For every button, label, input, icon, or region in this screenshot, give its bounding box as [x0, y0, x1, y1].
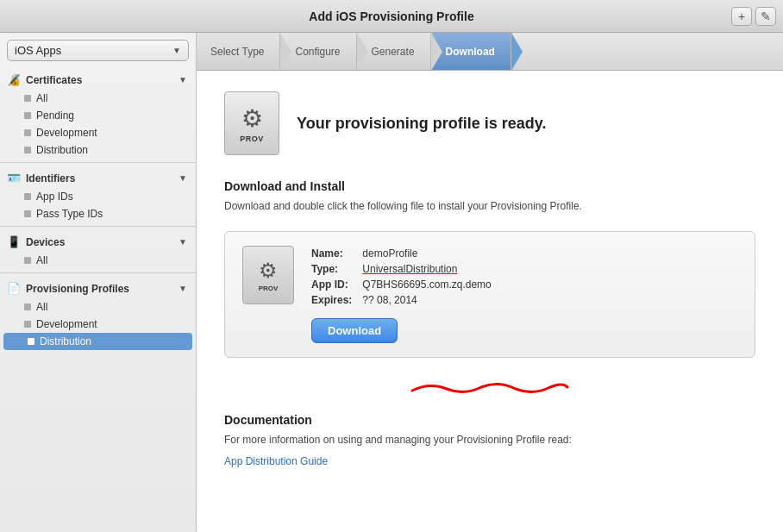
sidebar-item-devices-all[interactable]: All	[0, 252, 196, 269]
sidebar-item-certs-development[interactable]: Development	[0, 124, 196, 141]
section-devices[interactable]: 📱 Devices ▼	[0, 230, 196, 252]
expires-label: Expires:	[311, 292, 357, 308]
doc-desc: For more information on using and managi…	[224, 432, 755, 448]
gear-icon: ⚙	[241, 104, 263, 133]
profile-appid: Q7BHS66695.com.zq.demo	[357, 277, 496, 292]
chevron-icon: ▼	[179, 173, 187, 183]
step-configure[interactable]: Configure	[281, 33, 357, 71]
dot-icon	[24, 304, 31, 310]
section-identifiers-label: Identifiers	[26, 172, 75, 185]
name-label: Name:	[311, 246, 357, 261]
dropdown-label: iOS Apps	[15, 44, 61, 57]
squiggle-annotation	[404, 379, 576, 396]
dot-icon	[28, 338, 34, 345]
ready-title: Your provisioning profile is ready.	[297, 115, 546, 133]
chevron-icon: ▼	[179, 237, 187, 247]
sidebar-item-certs-distribution[interactable]: Distribution	[0, 141, 196, 159]
main-layout: iOS Apps ▼ 🔏 Certificates ▼ All Pending …	[0, 33, 783, 532]
prov-icon: 📄	[7, 282, 21, 295]
profile-name: demoProfile	[357, 246, 496, 261]
sidebar-item-app-ids[interactable]: App IDs	[0, 188, 196, 205]
dot-icon	[24, 112, 31, 119]
profile-expires: ?? 08, 2014	[357, 292, 496, 308]
step-nav: Select Type Configure Generate Download	[197, 33, 783, 71]
title-bar: Add iOS Provisioning Profile + ✎	[0, 0, 783, 33]
profile-card-icon: ⚙ PROV	[242, 246, 294, 304]
dot-icon	[24, 210, 31, 217]
edit-button[interactable]: ✎	[755, 7, 776, 26]
section-certificates[interactable]: 🔏 Certificates ▼	[0, 68, 196, 90]
sidebar-item-certs-all[interactable]: All	[0, 90, 196, 107]
profile-card: ⚙ PROV Name: demoProfile Type: Universal…	[224, 231, 755, 358]
profile-prov-label: PROV	[259, 285, 279, 292]
add-button[interactable]: +	[731, 7, 752, 26]
doc-title: Documentation	[224, 413, 755, 427]
divider-2	[0, 226, 196, 227]
doc-link[interactable]: App Distribution Guide	[224, 455, 328, 467]
section-prov-profiles[interactable]: 📄 Provisioning Profiles ▼	[0, 277, 196, 298]
step-select[interactable]: Select Type	[197, 33, 281, 71]
profile-type: UniversalDistribution	[357, 261, 496, 277]
window-title: Add iOS Provisioning Profile	[309, 9, 473, 23]
download-button[interactable]: Download	[311, 318, 398, 343]
id-icon: 🪪	[7, 172, 21, 185]
step-generate[interactable]: Generate	[358, 33, 432, 71]
dot-icon	[24, 147, 31, 153]
sidebar-item-certs-pending[interactable]: Pending	[0, 107, 196, 124]
chevron-icon: ▼	[179, 75, 187, 84]
divider-1	[0, 162, 196, 163]
sidebar: iOS Apps ▼ 🔏 Certificates ▼ All Pending …	[0, 33, 197, 532]
title-bar-actions: + ✎	[731, 7, 776, 26]
prov-label: PROV	[240, 135, 264, 143]
chevron-icon: ▼	[179, 284, 187, 293]
ios-apps-dropdown[interactable]: iOS Apps ▼	[7, 40, 189, 61]
dot-icon	[24, 193, 31, 200]
dot-icon	[24, 95, 31, 102]
squiggle-container	[224, 379, 755, 396]
profile-gear-icon: ⚙	[259, 259, 278, 283]
content-area: Select Type Configure Generate Download …	[197, 33, 783, 532]
type-label: Type:	[311, 261, 357, 277]
dropdown-arrow: ▼	[172, 46, 181, 55]
step-download[interactable]: Download	[432, 33, 512, 71]
device-icon: 📱	[7, 235, 21, 248]
divider-3	[0, 272, 196, 273]
dot-icon	[24, 321, 31, 328]
download-install-desc: Download and double click the following …	[224, 198, 755, 214]
appid-label: App ID:	[311, 277, 357, 292]
sidebar-item-prov-all[interactable]: All	[0, 298, 196, 316]
sidebar-item-pass-type-ids[interactable]: Pass Type IDs	[0, 205, 196, 222]
profile-info: Name: demoProfile Type: UniversalDistrib…	[311, 246, 737, 343]
section-devices-label: Devices	[26, 236, 65, 248]
content-scroll: ⚙ PROV Your provisioning profile is read…	[197, 71, 783, 532]
sidebar-item-prov-distribution[interactable]: Distribution	[3, 333, 192, 350]
dot-icon	[24, 257, 31, 264]
ready-header: ⚙ PROV Your provisioning profile is read…	[224, 91, 755, 155]
download-install-title: Download and Install	[224, 179, 755, 193]
section-prov-label: Provisioning Profiles	[26, 283, 129, 295]
profile-ready-icon: ⚙ PROV	[224, 91, 279, 155]
cert-icon: 🔏	[7, 73, 21, 86]
section-certificates-label: Certificates	[26, 74, 82, 86]
section-identifiers[interactable]: 🪪 Identifiers ▼	[0, 166, 196, 188]
dot-icon	[24, 129, 31, 136]
sidebar-item-prov-development[interactable]: Development	[0, 316, 196, 333]
